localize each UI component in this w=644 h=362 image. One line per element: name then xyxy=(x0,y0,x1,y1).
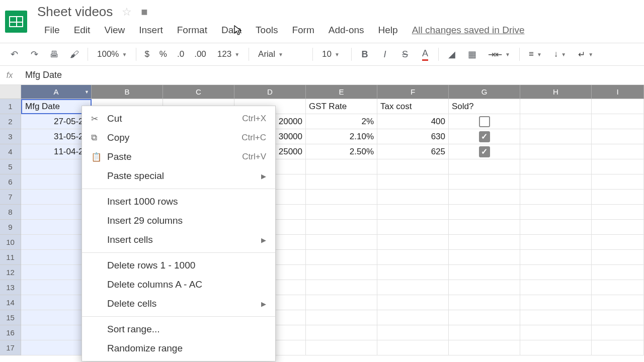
cell-A4[interactable]: 11-04-20 xyxy=(21,144,92,159)
star-icon[interactable]: ☆ xyxy=(122,6,132,19)
ctx-insert-cells[interactable]: Insert cells▶ xyxy=(82,230,275,249)
more-formats-dropdown[interactable]: 123▼ xyxy=(212,49,245,59)
row-header-8[interactable]: 8 xyxy=(0,205,21,220)
col-header-I[interactable]: I xyxy=(592,85,644,99)
row-header-2[interactable]: 2 xyxy=(0,114,21,129)
row-header-12[interactable]: 12 xyxy=(0,265,21,280)
decrease-decimal-button[interactable]: .0 xyxy=(173,49,188,59)
col-header-H[interactable]: H xyxy=(520,85,592,99)
menu-form[interactable]: Form xyxy=(285,22,321,39)
cell-G4[interactable] xyxy=(449,144,520,159)
paint-format-button[interactable]: 🖌 xyxy=(65,45,84,63)
halign-dropdown[interactable]: ≡▼ xyxy=(524,49,547,59)
doc-title[interactable]: Sheet videos xyxy=(37,4,113,20)
cell-A2[interactable]: 27-05-20 xyxy=(21,114,92,129)
menu-data[interactable]: Data xyxy=(214,22,249,39)
ctx-randomize[interactable]: Randomize range xyxy=(82,339,275,358)
ctx-sort-range[interactable]: Sort range... xyxy=(82,320,275,339)
increase-decimal-button[interactable]: .00 xyxy=(190,49,210,59)
row-header-10[interactable]: 10 xyxy=(0,235,21,250)
col-header-C[interactable]: C xyxy=(163,85,234,99)
col-header-D[interactable]: D xyxy=(234,85,306,99)
ctx-paste-special[interactable]: Paste special▶ xyxy=(82,166,275,186)
row-header-13[interactable]: 13 xyxy=(0,280,21,295)
menu-view[interactable]: View xyxy=(97,22,132,39)
menu-insert[interactable]: Insert xyxy=(132,22,170,39)
row-header-1[interactable]: 1 xyxy=(0,99,21,114)
currency-format-button[interactable]: $ xyxy=(140,49,153,59)
menu-addons[interactable]: Add-ons xyxy=(321,22,371,39)
context-menu: ✂CutCtrl+X ⧉CopyCtrl+C 📋PasteCtrl+V Past… xyxy=(82,106,276,361)
text-color-button[interactable]: A xyxy=(416,45,434,63)
ctx-cut[interactable]: ✂CutCtrl+X xyxy=(82,109,275,128)
row-header-9[interactable]: 9 xyxy=(0,220,21,235)
col-header-B[interactable]: B xyxy=(92,85,163,99)
cell-G1[interactable]: Sold? xyxy=(449,99,520,114)
ctx-insert-rows[interactable]: Insert 1000 rows xyxy=(82,192,275,211)
row-header-5[interactable]: 5 xyxy=(0,159,21,174)
formula-value[interactable]: Mfg Date xyxy=(19,70,62,80)
checkbox-checked[interactable] xyxy=(479,131,490,142)
ctx-delete-cells[interactable]: Delete cells▶ xyxy=(82,294,275,313)
cell-E4[interactable]: 2.50% xyxy=(306,144,377,159)
fill-color-button[interactable]: ◢ xyxy=(443,45,461,63)
cell-E3[interactable]: 2.10% xyxy=(306,129,377,144)
merge-dropdown[interactable]: ⇥⇤▼ xyxy=(483,49,515,60)
italic-button[interactable]: I xyxy=(376,45,394,63)
folder-icon[interactable]: ■ xyxy=(141,6,147,19)
ctx-delete-cols[interactable]: Delete columns A - AC xyxy=(82,275,275,294)
row-header-11[interactable]: 11 xyxy=(0,250,21,265)
row-header-3[interactable]: 3 xyxy=(0,129,21,144)
font-dropdown[interactable]: Arial▼ xyxy=(253,49,308,59)
menu-help[interactable]: Help xyxy=(371,22,405,39)
row-header-17[interactable]: 17 xyxy=(0,340,21,355)
ctx-insert-cols[interactable]: Insert 29 columns xyxy=(82,211,275,230)
menu-format[interactable]: Format xyxy=(170,22,214,39)
font-size-dropdown[interactable]: 10▼ xyxy=(317,49,347,59)
cell-E2[interactable]: 2% xyxy=(306,114,377,129)
redo-button[interactable]: ↷ xyxy=(25,45,43,63)
menu-tools[interactable]: Tools xyxy=(249,22,285,39)
col-header-G[interactable]: G xyxy=(449,85,520,99)
cell-H1[interactable] xyxy=(520,99,592,114)
bold-button[interactable]: B xyxy=(356,45,374,63)
cell-A1[interactable]: Mfg Date xyxy=(21,99,92,114)
cell-E1[interactable]: GST Rate xyxy=(306,99,377,114)
cell-G2[interactable] xyxy=(449,114,520,129)
cell-A3[interactable]: 31-05-20 xyxy=(21,129,92,144)
cell-F2[interactable]: 400 xyxy=(377,114,449,129)
column-dropdown-icon[interactable]: ▼ xyxy=(85,89,89,95)
ctx-paste[interactable]: 📋PasteCtrl+V xyxy=(82,147,275,166)
row-header-7[interactable]: 7 xyxy=(0,190,21,205)
row-header-4[interactable]: 4 xyxy=(0,144,21,159)
percent-format-button[interactable]: % xyxy=(155,49,171,59)
cell-G3[interactable] xyxy=(449,129,520,144)
menu-file[interactable]: File xyxy=(37,22,67,39)
checkbox-unchecked[interactable] xyxy=(479,116,490,127)
col-header-A[interactable]: A▼ xyxy=(21,85,92,99)
cell-F3[interactable]: 630 xyxy=(377,129,449,144)
col-header-E[interactable]: E xyxy=(306,85,377,99)
cell-F4[interactable]: 625 xyxy=(377,144,449,159)
row-header-6[interactable]: 6 xyxy=(0,174,21,190)
checkbox-checked[interactable] xyxy=(479,146,490,157)
cell-I1[interactable] xyxy=(592,99,644,114)
undo-button[interactable]: ↶ xyxy=(5,45,23,63)
col-header-F[interactable]: F xyxy=(377,85,449,99)
borders-button[interactable]: ▦ xyxy=(463,45,481,63)
row-header-14[interactable]: 14 xyxy=(0,295,21,310)
valign-dropdown[interactable]: ↓▼ xyxy=(549,49,571,59)
zoom-dropdown[interactable]: 100%▼ xyxy=(92,49,132,59)
sheets-logo[interactable] xyxy=(5,11,27,33)
row-header-16[interactable]: 16 xyxy=(0,325,21,340)
print-button[interactable]: 🖶 xyxy=(45,45,63,63)
menu-bar: File Edit View Insert Format Data Tools … xyxy=(37,22,532,39)
menu-edit[interactable]: Edit xyxy=(67,22,98,39)
ctx-copy[interactable]: ⧉CopyCtrl+C xyxy=(82,128,275,147)
strikethrough-button[interactable]: S xyxy=(396,45,414,63)
select-all-corner[interactable] xyxy=(0,85,21,99)
cell-F1[interactable]: Tax cost xyxy=(377,99,449,114)
wrap-dropdown[interactable]: ↵▼ xyxy=(573,49,598,60)
ctx-delete-rows[interactable]: Delete rows 1 - 1000 xyxy=(82,256,275,275)
row-header-15[interactable]: 15 xyxy=(0,310,21,325)
